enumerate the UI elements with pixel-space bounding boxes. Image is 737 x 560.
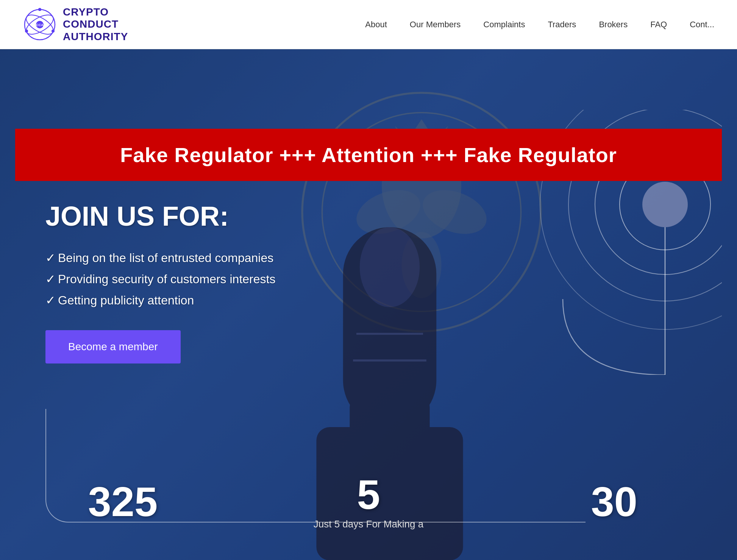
svg-point-5 xyxy=(52,30,55,33)
logo-line2: CONDUCT xyxy=(63,18,128,30)
stats-section: 325 5 Just 5 days For Making a 30 xyxy=(0,454,737,560)
list-item-1: Being on the list of entrusted companies xyxy=(45,251,275,265)
svg-point-18 xyxy=(360,227,420,307)
logo-line1: CRYPTO xyxy=(63,6,128,18)
list-item-2: Providing security of customers interest… xyxy=(45,272,275,286)
svg-point-6 xyxy=(25,30,28,33)
become-member-button[interactable]: Become a member xyxy=(45,330,181,363)
logo[interactable]: CCA CRYPTO CONDUCT AUTHORITY xyxy=(23,6,128,43)
hero-title: JOIN US FOR: xyxy=(45,201,275,232)
alert-text: Fake Regulator +++ Attention +++ Fake Re… xyxy=(120,143,617,167)
stat-item-3: 30 xyxy=(491,481,737,534)
main-nav: About Our Members Complaints Traders Bro… xyxy=(365,20,714,30)
stat-number-2: 5 xyxy=(357,474,380,515)
stat-item-1: 325 xyxy=(0,481,246,534)
alert-banner: Fake Regulator +++ Attention +++ Fake Re… xyxy=(15,129,722,181)
hero-section: Fake Regulator +++ Attention +++ Fake Re… xyxy=(0,49,737,560)
nav-item-about[interactable]: About xyxy=(365,20,387,30)
nav-item-complaints[interactable]: Complaints xyxy=(483,20,525,30)
hero-content: JOIN US FOR: Being on the list of entrus… xyxy=(45,201,275,363)
stat-label-2: Just 5 days For Making a xyxy=(314,518,423,530)
logo-line3: AUTHORITY xyxy=(63,31,128,43)
nav-item-faq[interactable]: FAQ xyxy=(650,20,667,30)
logo-text: CRYPTO CONDUCT AUTHORITY xyxy=(63,6,128,43)
stat-number-1: 325 xyxy=(88,481,158,523)
nav-item-our-members[interactable]: Our Members xyxy=(410,20,461,30)
list-item-3: Getting publicity attention xyxy=(45,293,275,307)
cca-logo-icon: CCA xyxy=(23,8,57,42)
nav-item-traders[interactable]: Traders xyxy=(548,20,576,30)
svg-point-21 xyxy=(642,182,688,227)
stat-number-3: 30 xyxy=(591,481,637,523)
header: CCA CRYPTO CONDUCT AUTHORITY About Our M… xyxy=(0,0,737,49)
svg-point-4 xyxy=(38,8,41,11)
nav-item-brokers[interactable]: Brokers xyxy=(599,20,628,30)
stat-item-2: 5 Just 5 days For Making a xyxy=(246,474,492,541)
nav-item-contact[interactable]: Cont... xyxy=(690,20,714,30)
svg-text:CCA: CCA xyxy=(36,23,44,27)
hero-list: Being on the list of entrusted companies… xyxy=(45,251,275,307)
